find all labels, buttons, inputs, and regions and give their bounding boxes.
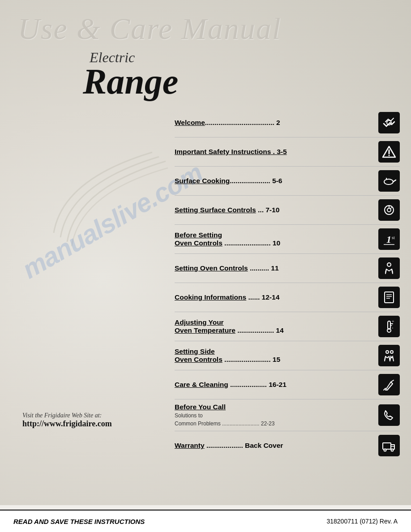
page-wrapper: manualslive.com Use & Care Manual Electr…	[0, 0, 411, 532]
bottom-instructions: READ AND SAVE THESE INSTRUCTIONS	[13, 518, 145, 525]
toc-icon-before-call	[378, 404, 400, 426]
toc-text-side-oven: Setting Side Oven Controls .............…	[175, 348, 373, 364]
toc-title-safety: Important Safety Instructions . 3-5	[175, 148, 287, 155]
visit-label: Visit the Frigidaire Web Site at:	[22, 412, 112, 419]
toc-icon-before-oven: 1 st	[378, 228, 400, 250]
toc-icon-surface-cooking	[378, 170, 400, 192]
toc-title-adjusting-temp-line2: Oven Temperature	[175, 326, 235, 334]
table-of-contents: Welcome.................................…	[170, 104, 411, 464]
toc-text-before-call: Before You Call Solutions to Common Prob…	[175, 403, 373, 427]
toc-item-adjusting-temp: Adjusting Your Oven Temperature ........…	[175, 312, 400, 341]
toc-text-oven-controls: Setting Oven Controls .......... 11	[175, 264, 373, 272]
header-area: Use & Care Manual Electric Range	[0, 0, 411, 99]
toc-subtitle-before-call-2: Common Problems ........................…	[175, 420, 274, 427]
web-info: Visit the Frigidaire Web Site at: http:/…	[22, 412, 112, 429]
svg-point-8	[387, 208, 391, 212]
toc-title-surface-cooking: Surface Cooking	[175, 177, 230, 184]
toc-title-cooking-info: Cooking Informations	[175, 293, 246, 301]
handshake-icon	[382, 116, 396, 130]
bottom-bar: READ AND SAVE THESE INSTRUCTIONS 3182007…	[0, 510, 411, 532]
svg-point-27	[386, 351, 389, 353]
svg-text:-: -	[392, 325, 393, 330]
toc-text-safety: Important Safety Instructions . 3-5	[175, 148, 373, 156]
svg-line-30	[391, 380, 394, 382]
svg-point-34	[384, 449, 386, 451]
toc-title-side-oven-line1: Setting Side	[175, 348, 373, 356]
side-controls-icon	[382, 348, 396, 363]
toc-icon-side-oven	[378, 345, 400, 366]
svg-point-14	[387, 263, 391, 266]
toc-item-cooking-info: Cooking Informations ...... 12-14	[175, 283, 400, 312]
svg-point-29	[390, 351, 393, 353]
content-area: Visit the Frigidaire Web Site at: http:/…	[0, 104, 411, 464]
toc-item-welcome: Welcome.................................…	[175, 108, 400, 137]
pan-icon	[382, 174, 396, 188]
left-panel: Visit the Frigidaire Web Site at: http:/…	[0, 104, 170, 464]
title-range: Range	[83, 64, 393, 99]
first-icon: 1 st	[382, 232, 396, 246]
truck-icon	[382, 438, 396, 453]
toc-item-surface-controls: Setting Surface Controls ... 7-10	[175, 196, 400, 225]
toc-text-cleaning: Care & Cleaning ................... 16-2…	[175, 381, 373, 389]
toc-text-surface-controls: Setting Surface Controls ... 7-10	[175, 206, 373, 214]
svg-rect-21	[388, 321, 390, 329]
toc-title-welcome: Welcome	[175, 119, 205, 126]
thermometer-icon: + -	[382, 319, 396, 334]
oven-person-icon	[382, 261, 396, 275]
website-url[interactable]: http://www.frigidaire.com	[22, 419, 112, 429]
toc-title-warranty: Warranty	[175, 442, 205, 449]
toc-icon-cooking-info	[378, 287, 400, 308]
toc-text-warranty: Warranty ................... Back Cover	[175, 442, 373, 450]
toc-text-adjusting-temp: Adjusting Your Oven Temperature ........…	[175, 318, 373, 335]
bottom-model-number: 318200711 (0712) Rev. A	[326, 518, 398, 525]
toc-item-cleaning: Care & Cleaning ................... 16-2…	[175, 370, 400, 399]
svg-line-5	[393, 180, 396, 182]
toc-text-welcome: Welcome.................................…	[175, 119, 373, 127]
warning-icon	[382, 145, 396, 159]
svg-point-3	[389, 155, 390, 156]
toc-text-surface-cooking: Surface Cooking..................... 5-6	[175, 177, 373, 185]
phone-icon	[382, 408, 396, 422]
main-title: Use & Care Manual	[18, 13, 393, 44]
svg-rect-17	[385, 292, 394, 303]
toc-title-surface-controls: Setting Surface Controls	[175, 206, 256, 214]
toc-text-before-oven: Before Setting Oven Controls ...........…	[175, 231, 373, 247]
toc-text-cooking-info: Cooking Informations ...... 12-14	[175, 293, 373, 301]
toc-item-before-oven: Before Setting Oven Controls ...........…	[175, 225, 400, 254]
toc-title-cleaning: Care & Cleaning	[175, 381, 228, 388]
svg-text:1: 1	[386, 234, 391, 245]
cleaning-icon	[382, 378, 396, 392]
toc-item-side-oven: Setting Side Oven Controls .............…	[175, 341, 400, 370]
svg-point-35	[391, 449, 394, 451]
toc-icon-oven-controls	[378, 257, 400, 279]
toc-icon-welcome	[378, 112, 400, 133]
toc-icon-surface-controls	[378, 199, 400, 221]
toc-icon-cleaning	[378, 374, 400, 395]
svg-point-4	[384, 179, 393, 184]
toc-item-before-call: Before You Call Solutions to Common Prob…	[175, 399, 400, 431]
toc-item-surface-cooking: Surface Cooking..................... 5-6	[175, 167, 400, 196]
toc-title-adjusting-temp-line1: Adjusting Your	[175, 318, 373, 326]
toc-title-oven-controls: Setting Oven Controls	[175, 264, 248, 272]
toc-subtitle-before-call-1: Solutions to	[175, 412, 203, 419]
toc-item-oven-controls: Setting Oven Controls .......... 11	[175, 254, 400, 283]
toc-icon-warranty	[378, 435, 400, 456]
svg-text:+: +	[392, 319, 394, 324]
toc-item-safety: Important Safety Instructions . 3-5	[175, 137, 400, 167]
toc-icon-adjusting-temp: + -	[378, 316, 400, 337]
toc-icon-safety	[378, 141, 400, 163]
toc-title-before-oven-line2: Oven Controls	[175, 239, 223, 247]
document-icon	[382, 290, 396, 305]
toc-item-warranty: Warranty ................... Back Cover	[175, 431, 400, 460]
svg-rect-32	[383, 443, 391, 449]
svg-line-10	[391, 207, 392, 209]
toc-title-side-oven-line2: Oven Controls	[175, 356, 223, 363]
toc-title-before-oven-line1: Before Setting	[175, 231, 373, 239]
knob-icon	[382, 203, 396, 217]
svg-text:st: st	[392, 235, 395, 240]
toc-title-before-call: Before You Call	[175, 403, 373, 411]
